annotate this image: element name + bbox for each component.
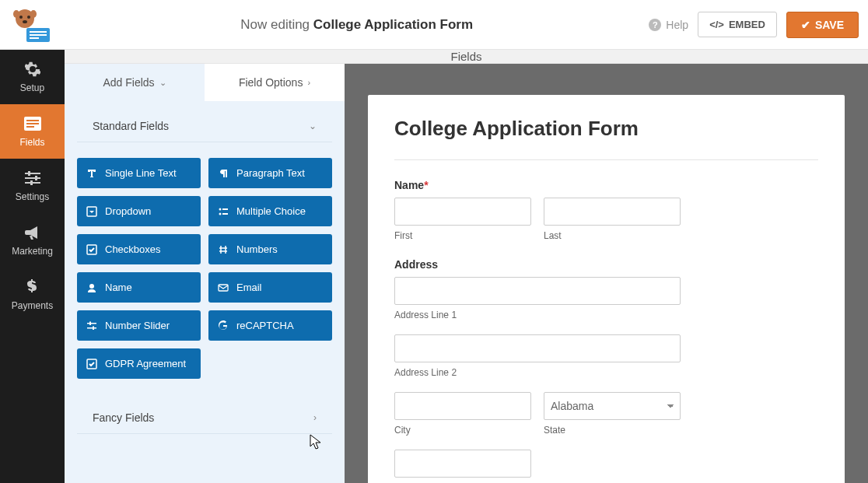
sidenav-item-setup[interactable]: Setup: [0, 50, 65, 104]
input-address-line-2[interactable]: [394, 334, 681, 362]
input-last-name[interactable]: [544, 198, 681, 226]
chevron-right-icon: ›: [307, 78, 310, 87]
field-numbers[interactable]: Numbers: [208, 234, 332, 264]
svg-rect-11: [26, 120, 39, 121]
field-label: Dropdown: [105, 205, 151, 217]
field-gdpr-agreement[interactable]: GDPR Agreement: [77, 348, 201, 379]
input-first-name[interactable]: [394, 198, 531, 226]
editing-title: Now editing College Application Form: [65, 17, 649, 33]
embed-button[interactable]: </> EMBED: [698, 12, 777, 37]
sliders-icon: [24, 170, 41, 187]
svg-rect-15: [25, 177, 40, 179]
svg-point-23: [219, 212, 222, 215]
sidenav-label: Marketing: [12, 246, 53, 257]
sidenav-item-marketing[interactable]: Marketing: [0, 213, 65, 268]
input-zip[interactable]: [394, 450, 531, 478]
check-icon: ✔: [801, 19, 810, 31]
caret-square-icon: [86, 206, 97, 217]
sidenav-item-fields[interactable]: Fields: [0, 104, 65, 159]
name-row: First Last: [394, 198, 818, 241]
svg-rect-14: [25, 173, 40, 174]
hash-icon: [218, 244, 229, 255]
group-label: Standard Fields: [93, 120, 169, 132]
section-header-label: Fields: [450, 50, 481, 63]
panel-tabs: Add Fields ⌄ Field Options ›: [65, 64, 345, 101]
label-name: Name*: [394, 179, 818, 191]
check-square-icon: [86, 359, 97, 369]
field-label: Name: [105, 282, 132, 293]
sidenav-item-payments[interactable]: Payments: [0, 268, 65, 322]
sidenav-item-settings[interactable]: Settings: [0, 159, 65, 213]
sidenav-label: Settings: [16, 191, 49, 202]
svg-point-26: [89, 284, 94, 289]
paragraph-icon: [218, 168, 229, 179]
svg-rect-17: [28, 171, 30, 176]
field-dropdown[interactable]: Dropdown: [77, 196, 201, 226]
group-label: Fancy Fields: [93, 411, 154, 424]
svg-rect-18: [35, 176, 37, 180]
svg-rect-22: [222, 208, 228, 210]
form-preview: College Application Form Name* First Las…: [345, 64, 868, 483]
main: Setup Fields Settings Marketing Payments: [0, 50, 868, 483]
field-paragraph-text[interactable]: Paragraph Text: [208, 158, 332, 188]
sublabel-city: City: [394, 425, 531, 436]
label-name-text: Name: [394, 179, 424, 191]
field-name[interactable]: Name: [77, 272, 201, 303]
now-editing-label: Now editing: [240, 17, 310, 32]
form-card: College Application Form Name* First Las…: [368, 95, 845, 483]
help-icon: ?: [649, 19, 661, 31]
field-number-slider[interactable]: Number Slider: [77, 310, 201, 341]
field-label: Paragraph Text: [236, 167, 305, 179]
panels: Add Fields ⌄ Field Options › Standard Fi…: [65, 64, 868, 483]
top-bar: Now editing College Application Form ? H…: [0, 0, 868, 50]
group-standard-fields[interactable]: Standard Fields ⌄: [77, 109, 332, 142]
embed-label: EMBED: [729, 19, 765, 30]
field-label: Number Slider: [105, 320, 170, 331]
sliders-h-icon: [86, 320, 97, 331]
svg-point-2: [27, 16, 30, 19]
app-logo: [0, 0, 65, 50]
field-email[interactable]: Email: [208, 272, 332, 303]
field-checkboxes[interactable]: Checkboxes: [77, 234, 201, 264]
field-label: Email: [236, 282, 262, 293]
tab-add-fields[interactable]: Add Fields ⌄: [65, 64, 205, 101]
field-label: Multiple Choice: [236, 205, 306, 217]
svg-point-21: [219, 208, 222, 210]
select-state[interactable]: Alabama: [544, 392, 681, 420]
tab-field-options[interactable]: Field Options ›: [205, 64, 345, 101]
svg-point-4: [13, 10, 19, 18]
gear-icon: [24, 61, 41, 78]
sublabel-first: First: [394, 230, 531, 241]
svg-rect-28: [87, 323, 96, 324]
svg-rect-13: [26, 126, 34, 128]
field-recaptcha[interactable]: reCAPTCHA: [208, 310, 332, 341]
field-label: Checkboxes: [105, 243, 161, 255]
tab-label: Field Options: [239, 76, 303, 89]
field-multiple-choice[interactable]: Multiple Choice: [208, 196, 332, 226]
address-line-2-row: Address Line 2: [394, 334, 818, 378]
field-single-line-text[interactable]: Single Line Text: [77, 158, 201, 188]
sublabel-addr2: Address Line 2: [394, 367, 818, 378]
input-city[interactable]: [394, 392, 531, 420]
svg-rect-24: [222, 213, 228, 215]
preview-form-title: College Application Form: [394, 117, 818, 141]
help-link[interactable]: ? Help: [649, 19, 688, 31]
list-dot-icon: [218, 206, 229, 217]
chevron-down-icon: ⌄: [309, 121, 317, 131]
svg-point-1: [19, 16, 23, 19]
sidenav-label: Payments: [12, 300, 53, 311]
sublabel-addr1: Address Line 1: [394, 310, 818, 320]
group-fancy-fields[interactable]: Fancy Fields ›: [77, 401, 332, 434]
side-nav: Setup Fields Settings Marketing Payments: [0, 50, 65, 483]
svg-rect-29: [87, 327, 96, 329]
zip-row: Zip Code: [394, 450, 818, 483]
label-address: Address: [394, 258, 818, 271]
svg-rect-9: [30, 37, 39, 39]
save-button[interactable]: ✔ SAVE: [786, 12, 859, 38]
svg-rect-30: [89, 321, 91, 325]
section-header: Fields: [65, 50, 868, 64]
field-label: GDPR Agreement: [105, 358, 186, 369]
input-address-line-1[interactable]: [394, 277, 681, 305]
svg-point-5: [30, 10, 37, 18]
save-label: SAVE: [815, 19, 844, 31]
